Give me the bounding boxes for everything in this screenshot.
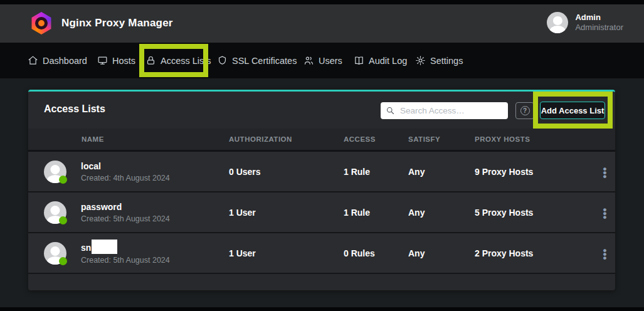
brand: Nginx Proxy Manager xyxy=(30,12,173,34)
search-icon xyxy=(386,106,395,115)
nav-item-label: Audit Log xyxy=(369,56,407,66)
proxy-hosts-value: 2 Proxy Hosts xyxy=(475,248,594,258)
access-list-name: local xyxy=(81,161,101,172)
created-date: Created: 4th August 2024 xyxy=(81,174,170,182)
satisfy-value: Any xyxy=(408,167,475,177)
redaction-box xyxy=(92,240,117,254)
authorization-value: 1 User xyxy=(229,208,344,218)
add-access-list-button[interactable]: Add Access List xyxy=(540,102,605,119)
help-button[interactable]: ? xyxy=(515,102,534,119)
table-row[interactable]: sn Created: 5th August 2024 1 User 0 Rul… xyxy=(28,233,615,274)
authorization-value: 1 User xyxy=(229,248,344,258)
nav-item-label: Users xyxy=(319,56,342,66)
name-cell: local Created: 4th August 2024 xyxy=(28,161,229,183)
status-dot-icon xyxy=(59,176,67,184)
authorization-value: 0 Users xyxy=(229,167,344,177)
app-logo-icon xyxy=(30,12,53,34)
name-cell: sn Created: 5th August 2024 xyxy=(28,241,229,265)
home-icon xyxy=(28,55,38,66)
status-dot-icon xyxy=(59,257,67,265)
nav-item-dashboard[interactable]: Dashboard xyxy=(28,43,87,78)
search-box xyxy=(381,102,508,119)
window-bottom-edge xyxy=(0,307,644,311)
created-date: Created: 5th August 2024 xyxy=(81,214,170,223)
column-header: NAME xyxy=(28,135,229,143)
content-area: Access Lists ? Add Access List NAMEAUTHO… xyxy=(0,78,644,307)
row-menu-button[interactable]: ••• xyxy=(594,207,615,218)
nav-item-ssl-certificates[interactable]: SSL Certificates xyxy=(217,43,297,78)
nav-item-settings[interactable]: Settings xyxy=(415,43,463,78)
lock-icon xyxy=(145,55,156,66)
access-value: 0 Rules xyxy=(344,248,408,258)
shield-icon xyxy=(217,55,228,66)
name-cell: password Created: 5th August 2024 xyxy=(28,201,229,224)
proxy-hosts-value: 5 Proxy Hosts xyxy=(475,208,594,218)
window-top-edge xyxy=(0,0,644,4)
column-header: ACCESS xyxy=(344,135,408,143)
user-name: Admin xyxy=(575,13,623,23)
access-list-name: password xyxy=(81,201,122,213)
user-text: Admin Administrator xyxy=(575,13,623,33)
list-avatar xyxy=(44,242,66,265)
access-value: 1 Rule xyxy=(344,167,408,177)
nav-item-label: Settings xyxy=(430,56,463,66)
gear-icon xyxy=(415,55,426,66)
table-body: local Created: 4th August 2024 0 Users 1… xyxy=(28,152,615,274)
table-row[interactable]: local Created: 4th August 2024 0 Users 1… xyxy=(28,152,615,192)
row-menu-button[interactable]: ••• xyxy=(594,248,615,259)
proxy-hosts-value: 9 Proxy Hosts xyxy=(475,167,594,177)
user-avatar xyxy=(547,12,568,33)
created-date: Created: 5th August 2024 xyxy=(81,256,170,265)
nav-item-label: Dashboard xyxy=(43,56,87,66)
app-title: Nginx Proxy Manager xyxy=(61,17,173,29)
column-header: PROXY HOSTS xyxy=(475,135,594,143)
table-header-row: NAMEAUTHORIZATIONACCESSSATISFYPROXY HOST… xyxy=(28,129,615,152)
row-menu-button[interactable]: ••• xyxy=(594,166,615,177)
question-mark-icon: ? xyxy=(520,106,530,115)
user-menu[interactable]: Admin Administrator xyxy=(547,12,623,33)
user-role: Administrator xyxy=(575,23,623,33)
nav-item-label: Access Lists xyxy=(161,56,211,66)
monitor-icon xyxy=(97,55,108,66)
satisfy-value: Any xyxy=(408,248,475,258)
nav-item-label: Hosts xyxy=(112,56,135,66)
nav-item-access-lists[interactable]: Access Lists xyxy=(145,43,211,78)
nav-item-users[interactable]: Users xyxy=(304,43,342,78)
access-list-name: sn xyxy=(81,242,91,253)
status-dot-icon xyxy=(59,216,67,224)
nav-item-hosts[interactable]: Hosts xyxy=(97,43,135,78)
page-title: Access Lists xyxy=(44,103,105,115)
nav-item-audit-log[interactable]: Audit Log xyxy=(354,43,407,78)
column-header: AUTHORIZATION xyxy=(229,135,344,143)
satisfy-value: Any xyxy=(408,208,475,218)
list-avatar xyxy=(44,161,66,183)
app-header: Nginx Proxy Manager Admin Administrator xyxy=(0,4,644,43)
book-icon xyxy=(354,55,364,66)
nav-item-label: SSL Certificates xyxy=(232,56,297,66)
search-input[interactable] xyxy=(400,106,503,115)
column-header: SATISFY xyxy=(408,135,475,143)
table-row[interactable]: password Created: 5th August 2024 1 User… xyxy=(28,192,615,233)
page: Nginx Proxy Manager Admin Administrator … xyxy=(0,0,644,311)
access-lists-panel: Access Lists ? Add Access List NAMEAUTHO… xyxy=(28,90,615,290)
main-nav: DashboardHostsAccess ListsSSL Certificat… xyxy=(0,43,644,78)
access-value: 1 Rule xyxy=(344,208,408,218)
panel-header: Access Lists ? Add Access List xyxy=(28,92,615,129)
list-avatar xyxy=(44,201,66,224)
users-icon xyxy=(304,55,314,66)
